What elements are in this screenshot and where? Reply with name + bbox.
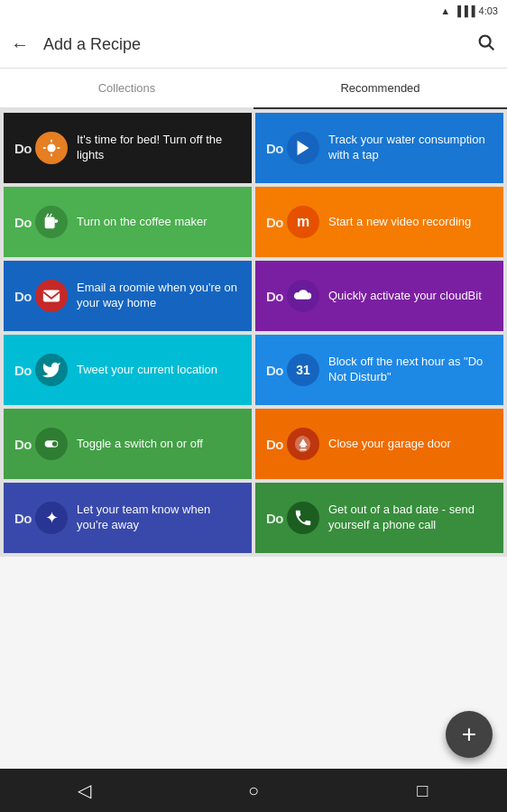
recipe-label: Get out of a bad date - send yourself a … xyxy=(328,503,493,533)
recipe-card-coffee[interactable]: DoTurn on the coffee maker xyxy=(4,187,252,257)
recipe-grid: DoIt's time for bed! Turn off the lights… xyxy=(0,109,507,557)
tweet-icon xyxy=(35,354,68,386)
svg-rect-8 xyxy=(43,291,60,302)
recipe-card-team[interactable]: Do✦Let your team know when you're away xyxy=(4,483,252,553)
recipe-card-email[interactable]: DoEmail a roomie when you're on your way… xyxy=(4,261,252,331)
back-button[interactable]: ← xyxy=(11,34,29,55)
cloudbit-icon xyxy=(287,280,319,312)
do-badge: Do xyxy=(14,206,68,238)
time-label: 4:03 xyxy=(479,5,498,16)
recipe-card-donotdisturb[interactable]: Do31Block off the next hour as "Do Not D… xyxy=(255,335,503,405)
toggle-icon xyxy=(35,428,68,460)
status-bar: ▲ ▐▐▐ 4:03 xyxy=(0,0,507,22)
search-button[interactable] xyxy=(476,32,496,57)
wifi-icon: ▲ xyxy=(440,5,450,16)
status-icons: ▲ ▐▐▐ 4:03 xyxy=(440,5,498,16)
recipe-card-hue[interactable]: DoIt's time for bed! Turn off the lights xyxy=(4,113,252,183)
do-badge: Do xyxy=(266,502,319,534)
svg-rect-7 xyxy=(45,217,55,229)
recipe-label: Let your team know when you're away xyxy=(77,503,241,533)
do-badge: Dom xyxy=(266,206,319,238)
svg-point-10 xyxy=(52,441,57,447)
recipe-label: Email a roomie when you're on your way h… xyxy=(77,281,241,311)
fab-add-button[interactable]: + xyxy=(446,711,493,758)
recipe-label: Block off the next hour as "Do Not Distu… xyxy=(328,355,493,385)
nav-recents-button[interactable]: □ xyxy=(404,772,440,808)
donotdisturb-icon: 31 xyxy=(287,354,319,386)
tab-recommended[interactable]: Recommended xyxy=(254,69,507,107)
recipe-card-video[interactable]: DomStart a new video recording xyxy=(255,187,503,257)
recipe-card-water[interactable]: DoTrack your water consumption with a ta… xyxy=(255,113,503,183)
svg-rect-11 xyxy=(300,446,306,448)
recipe-label: It's time for bed! Turn off the lights xyxy=(77,133,241,163)
svg-point-0 xyxy=(480,36,491,47)
nav-back-button[interactable]: ◁ xyxy=(67,772,103,808)
do-badge: Do xyxy=(14,354,68,386)
garage-icon xyxy=(287,428,319,460)
svg-point-2 xyxy=(47,143,55,152)
do-badge: Do xyxy=(14,132,68,164)
recipe-card-tweet[interactable]: DoTweet your current location xyxy=(4,335,252,405)
baddate-icon xyxy=(287,502,319,534)
recipe-card-toggle[interactable]: DoToggle a switch on or off xyxy=(4,409,252,479)
email-icon xyxy=(35,280,68,312)
recipe-label: Turn on the coffee maker xyxy=(77,215,241,230)
signal-icon: ▐▐▐ xyxy=(454,5,475,16)
do-badge: Do31 xyxy=(266,354,319,386)
recipe-label: Quickly activate your cloudBit xyxy=(328,289,493,304)
do-badge: Do xyxy=(14,428,68,460)
nav-home-button[interactable]: ○ xyxy=(235,772,272,808)
svg-line-1 xyxy=(489,45,493,50)
recipe-label: Toggle a switch on or off xyxy=(77,437,241,452)
bottom-nav: ◁ ○ □ xyxy=(0,769,507,812)
coffee-icon xyxy=(35,206,68,238)
hue-icon xyxy=(35,132,68,164)
recipe-card-garage[interactable]: DoClose your garage door xyxy=(255,409,503,479)
page-title: Add a Recipe xyxy=(43,35,476,54)
recipe-label: Close your garage door xyxy=(328,437,493,452)
do-badge: Do xyxy=(266,132,319,164)
do-badge: Do xyxy=(266,428,319,460)
do-badge: Do xyxy=(266,280,319,312)
water-icon xyxy=(287,132,319,164)
tab-collections[interactable]: Collections xyxy=(0,69,254,107)
team-icon: ✦ xyxy=(35,502,68,534)
do-badge: Do xyxy=(14,280,68,312)
recipe-label: Start a new video recording xyxy=(328,215,493,230)
svg-rect-12 xyxy=(300,449,306,451)
recipe-label: Tweet your current location xyxy=(77,363,241,378)
video-icon: m xyxy=(287,206,319,238)
app-bar: ← Add a Recipe xyxy=(0,22,507,69)
do-badge: Do✦ xyxy=(14,502,68,534)
recipe-card-cloudbit[interactable]: DoQuickly activate your cloudBit xyxy=(255,261,503,331)
tab-bar: Collections Recommended xyxy=(0,69,507,109)
recipe-label: Track your water consumption with a tap xyxy=(328,133,493,163)
recipe-card-baddate[interactable]: DoGet out of a bad date - send yourself … xyxy=(255,483,503,553)
